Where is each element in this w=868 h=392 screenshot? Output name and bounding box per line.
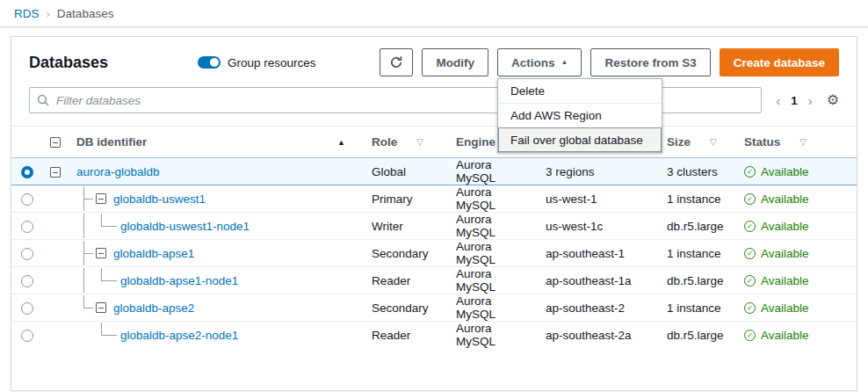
region-cell: us-west-1 <box>539 185 660 213</box>
collapse-row-icon[interactable] <box>96 248 106 258</box>
table-row: aurora-globaldb Global Aurora MySQL 3 re… <box>11 158 857 185</box>
table-row: globaldb-apse2-node1 Reader Aurora MySQL… <box>11 322 857 349</box>
refresh-icon <box>389 55 403 69</box>
status-badge: ✓ Available <box>744 329 850 342</box>
select-column-header <box>11 127 43 158</box>
status-badge: ✓ Available <box>744 192 850 206</box>
actions-button[interactable]: Actions ▲ <box>497 48 582 76</box>
region-cell: ap-southeast-2a <box>539 322 660 349</box>
restore-from-s3-button[interactable]: Restore from S3 <box>590 48 710 76</box>
table-row: globaldb-uswest1 Primary Aurora MySQL us… <box>11 185 857 213</box>
engine-cell: Aurora MySQL <box>449 158 539 185</box>
breadcrumb-link-rds[interactable]: RDS <box>14 7 40 20</box>
status-badge: ✓ Available <box>744 274 850 287</box>
tree-connector <box>76 214 96 238</box>
filter-bar: ‹ 1 › ⚙ <box>11 85 857 126</box>
next-page-icon[interactable]: › <box>808 93 813 108</box>
row-radio-selected[interactable] <box>21 166 33 178</box>
check-circle-icon: ✓ <box>744 221 756 232</box>
size-cell: db.r5.large <box>660 322 737 349</box>
group-resources-control: Group resources <box>198 56 316 69</box>
refresh-button[interactable] <box>380 48 413 76</box>
menu-item-delete[interactable]: Delete <box>498 79 662 103</box>
column-header-db-identifier[interactable]: DB identifier ▲ <box>69 127 365 158</box>
page-title: Databases <box>29 54 108 72</box>
collapse-row-icon[interactable] <box>96 193 106 204</box>
tree-connector <box>76 186 96 211</box>
menu-item-add-aws-region[interactable]: Add AWS Region <box>498 103 662 127</box>
db-identifier-link[interactable]: aurora-globaldb <box>76 165 160 178</box>
region-cell: ap-southeast-2 <box>539 294 660 322</box>
column-header-size[interactable]: Size ▽ <box>660 127 737 158</box>
row-radio[interactable] <box>21 248 33 260</box>
panel-toolbar: Databases Group resources Modify Actions… <box>11 37 857 85</box>
databases-panel: Databases Group resources Modify Actions… <box>11 36 857 391</box>
tree-connector <box>76 295 96 320</box>
row-radio[interactable] <box>21 275 33 287</box>
collapse-row-icon[interactable] <box>50 167 61 178</box>
check-circle-icon: ✓ <box>744 166 756 178</box>
sort-icon: ▽ <box>710 137 717 147</box>
toolbar-buttons: Modify Actions ▲ Restore from S3 Create … <box>380 48 839 76</box>
row-radio[interactable] <box>21 330 33 342</box>
previous-page-icon[interactable]: ‹ <box>776 93 780 108</box>
group-resources-label: Group resources <box>228 56 316 69</box>
menu-item-fail-over-global-database[interactable]: Fail over global database <box>498 127 662 152</box>
tree-connector <box>96 268 120 293</box>
collapse-row-icon[interactable] <box>96 302 106 313</box>
group-resources-toggle[interactable] <box>198 56 221 69</box>
role-cell: Secondary <box>365 240 449 267</box>
column-header-status[interactable]: Status ▽ <box>737 127 857 158</box>
engine-cell: Aurora MySQL <box>449 185 539 213</box>
collapse-all-icon[interactable] <box>50 137 61 148</box>
role-cell: Global <box>365 158 449 185</box>
row-radio[interactable] <box>21 193 33 206</box>
table-row: globaldb-apse1 Secondary Aurora MySQL ap… <box>11 240 857 267</box>
role-cell: Secondary <box>365 294 449 322</box>
size-cell: 1 instance <box>660 294 737 322</box>
status-badge: ✓ Available <box>744 301 850 315</box>
modify-button[interactable]: Modify <box>422 48 488 76</box>
region-cell: ap-southeast-1 <box>539 240 660 267</box>
column-header-role[interactable]: Role ▽ <box>365 127 449 158</box>
region-cell: 3 regions <box>539 158 660 185</box>
breadcrumb-separator-icon: › <box>47 7 50 20</box>
current-page-number[interactable]: 1 <box>791 94 798 107</box>
engine-cell: Aurora MySQL <box>449 294 539 322</box>
size-cell: db.r5.large <box>660 267 737 294</box>
table-header-row: DB identifier ▲ Role ▽ Engine ▽ ▽ Size <box>11 127 857 158</box>
db-identifier-link[interactable]: globaldb-uswest1-node1 <box>120 220 250 233</box>
check-circle-icon: ✓ <box>744 193 756 205</box>
table-row: globaldb-apse1-node1 Reader Aurora MySQL… <box>11 267 857 294</box>
create-database-button[interactable]: Create database <box>720 48 839 76</box>
collapse-all-header <box>43 127 69 158</box>
check-circle-icon: ✓ <box>744 248 756 259</box>
size-cell: 3 clusters <box>660 158 737 185</box>
row-radio[interactable] <box>21 221 33 233</box>
row-radio[interactable] <box>21 302 33 315</box>
check-circle-icon: ✓ <box>744 330 756 341</box>
db-identifier-link[interactable]: globaldb-apse1 <box>113 247 194 260</box>
check-circle-icon: ✓ <box>744 275 756 287</box>
db-identifier-link[interactable]: globaldb-apse2 <box>113 301 194 315</box>
role-cell: Reader <box>365 267 449 294</box>
tree-connector <box>76 241 96 265</box>
engine-cell: Aurora MySQL <box>449 322 539 349</box>
engine-cell: Aurora MySQL <box>449 213 539 240</box>
db-identifier-link[interactable]: globaldb-apse2-node1 <box>120 329 238 342</box>
breadcrumb-current: Databases <box>57 7 114 20</box>
gear-icon[interactable]: ⚙ <box>827 93 839 107</box>
status-badge: ✓ Available <box>744 247 850 260</box>
tree-connector <box>76 268 96 293</box>
db-identifier-link[interactable]: globaldb-apse1-node1 <box>120 274 238 287</box>
check-circle-icon: ✓ <box>744 302 756 314</box>
engine-cell: Aurora MySQL <box>449 267 539 294</box>
region-cell: ap-southeast-1a <box>539 267 660 294</box>
role-cell: Primary <box>365 185 449 213</box>
actions-dropdown-menu: Delete Add AWS Region Fail over global d… <box>497 78 662 153</box>
size-cell: 1 instance <box>660 240 737 267</box>
tree-connector <box>96 214 120 238</box>
db-identifier-link[interactable]: globaldb-uswest1 <box>113 192 206 206</box>
sort-icon: ▽ <box>799 137 807 147</box>
search-icon <box>37 94 49 106</box>
